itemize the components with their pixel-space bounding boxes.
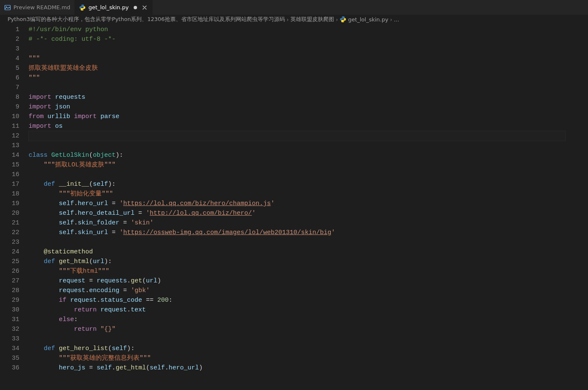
line-number: 31 <box>0 315 19 324</box>
line-number: 6 <box>0 73 19 83</box>
code-line[interactable]: request.encoding = 'gbk' <box>29 286 588 295</box>
python-icon <box>340 16 346 23</box>
code-line[interactable]: """ <box>29 73 588 83</box>
line-number: 8 <box>0 92 19 102</box>
line-number: 22 <box>0 228 19 237</box>
code-line[interactable]: hero_js = self.get_html(self.hero_url) <box>29 363 588 373</box>
code-editor[interactable]: 1234567891011121314151617181920212223242… <box>0 24 588 390</box>
line-number: 24 <box>0 247 19 257</box>
line-number: 26 <box>0 266 19 276</box>
line-number: 33 <box>0 334 19 344</box>
code-line[interactable]: request = requests.get(url) <box>29 276 588 286</box>
line-number: 17 <box>0 179 19 189</box>
line-number: 12 <box>0 131 19 141</box>
line-number: 18 <box>0 189 19 199</box>
code-line[interactable]: self.hero_detail_url = 'http://lol.qq.co… <box>29 208 588 218</box>
code-line[interactable]: return request.text <box>29 305 588 315</box>
code-line[interactable]: # -*- coding: utf-8 -*- <box>29 34 588 44</box>
tab-label: Preview README.md <box>13 4 70 11</box>
line-number: 28 <box>0 286 19 295</box>
line-number: 36 <box>0 363 19 373</box>
code-line[interactable] <box>29 131 565 141</box>
code-line[interactable]: def __init__(self): <box>29 179 588 189</box>
line-number: 30 <box>0 305 19 315</box>
line-number: 10 <box>0 112 19 121</box>
line-number: 19 <box>0 199 19 208</box>
line-number: 34 <box>0 344 19 353</box>
breadcrumb-segment[interactable]: get_lol_skin.py <box>340 16 388 23</box>
tab-bar: Preview README.md get_lol_skin.py <box>0 0 588 15</box>
code-line[interactable]: """ <box>29 54 588 63</box>
tab-preview-readme[interactable]: Preview README.md <box>0 0 75 15</box>
line-number: 16 <box>0 170 19 179</box>
line-number-gutter: 1234567891011121314151617181920212223242… <box>0 24 29 390</box>
line-number: 15 <box>0 160 19 170</box>
code-line[interactable] <box>29 170 588 179</box>
line-number: 25 <box>0 257 19 266</box>
breadcrumb-segment[interactable]: Python3编写的各种大小程序，包含从零学Python系列、12306抢票、省… <box>8 16 285 23</box>
breadcrumb-text: ... <box>394 16 399 23</box>
line-number: 1 <box>0 25 19 34</box>
code-line[interactable]: import requests <box>29 92 588 102</box>
line-number: 20 <box>0 208 19 218</box>
line-number: 27 <box>0 276 19 286</box>
code-line[interactable]: """获取英雄的完整信息列表""" <box>29 353 588 363</box>
code-line[interactable] <box>29 83 588 92</box>
code-line[interactable] <box>29 334 588 344</box>
code-line[interactable]: """下载html""" <box>29 266 588 276</box>
chevron-right-icon: › <box>287 16 289 23</box>
line-number: 32 <box>0 324 19 334</box>
code-line[interactable] <box>29 44 588 54</box>
line-number: 11 <box>0 121 19 131</box>
close-icon[interactable] <box>141 4 148 11</box>
code-line[interactable]: 抓取英雄联盟英雄全皮肤 <box>29 63 588 73</box>
code-line[interactable]: from urllib import parse <box>29 112 588 121</box>
code-line[interactable]: self.skin_url = 'https://ossweb-img.qq.c… <box>29 228 588 237</box>
code-line[interactable]: self.skin_folder = 'skin' <box>29 218 588 228</box>
chevron-right-icon: › <box>336 16 338 23</box>
breadcrumb-segment[interactable]: 英雄联盟皮肤爬图 <box>290 16 334 23</box>
code-line[interactable]: #!/usr/bin/env python <box>29 25 588 34</box>
code-line[interactable]: if request.status_code == 200: <box>29 295 588 305</box>
unsaved-indicator <box>134 6 137 9</box>
breadcrumb-text: 英雄联盟皮肤爬图 <box>290 16 334 23</box>
tab-label: get_lol_skin.py <box>88 4 129 11</box>
line-number: 29 <box>0 295 19 305</box>
chevron-right-icon: › <box>390 16 392 23</box>
code-line[interactable]: def get_html(url): <box>29 257 588 266</box>
code-line[interactable]: class GetLolSkin(object): <box>29 150 588 160</box>
breadcrumb-text: get_lol_skin.py <box>348 16 388 23</box>
code-line[interactable]: @staticmethod <box>29 247 588 257</box>
preview-icon <box>4 4 11 11</box>
code-line[interactable]: """抓取LOL英雄皮肤""" <box>29 160 588 170</box>
code-line[interactable]: return "{}" <box>29 324 588 334</box>
breadcrumb-text: Python3编写的各种大小程序，包含从零学Python系列、12306抢票、省… <box>8 16 285 23</box>
code-line[interactable]: def get_hero_list(self): <box>29 344 588 353</box>
python-icon <box>79 4 86 11</box>
code-line[interactable] <box>29 237 588 247</box>
line-number: 5 <box>0 63 19 73</box>
line-number: 23 <box>0 237 19 247</box>
line-number: 3 <box>0 44 19 54</box>
line-number: 21 <box>0 218 19 228</box>
code-area[interactable]: #!/usr/bin/env python# -*- coding: utf-8… <box>29 24 588 390</box>
line-number: 14 <box>0 150 19 160</box>
code-line[interactable]: import os <box>29 121 588 131</box>
line-number: 35 <box>0 353 19 363</box>
code-line[interactable] <box>29 141 588 150</box>
breadcrumb[interactable]: Python3编写的各种大小程序，包含从零学Python系列、12306抢票、省… <box>0 15 588 24</box>
tab-get-lol-skin[interactable]: get_lol_skin.py <box>75 0 153 15</box>
code-line[interactable]: """初始化变量""" <box>29 189 588 199</box>
line-number: 13 <box>0 141 19 150</box>
line-number: 2 <box>0 34 19 44</box>
line-number: 4 <box>0 54 19 63</box>
line-number: 9 <box>0 102 19 112</box>
code-line[interactable]: else: <box>29 315 588 324</box>
line-number: 7 <box>0 83 19 92</box>
code-line[interactable]: self.hero_url = 'https://lol.qq.com/biz/… <box>29 199 588 208</box>
breadcrumb-segment[interactable]: ... <box>394 16 399 23</box>
code-line[interactable]: import json <box>29 102 588 112</box>
